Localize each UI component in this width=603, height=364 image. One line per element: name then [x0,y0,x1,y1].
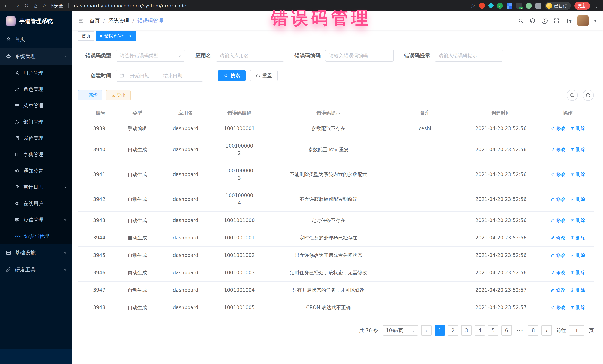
sidebar-toggle-icon[interactable] [78,18,84,24]
sidebar-item-label: 首页 [15,36,25,43]
sidebar-item-users[interactable]: 用户管理 [0,65,72,81]
sidebar-item-home[interactable]: 首页 [0,31,72,48]
goto-page-input[interactable] [569,325,584,336]
pencil-icon [550,288,555,292]
sidebar-item-infrastructure[interactable]: 基础设施 ∨ [0,244,72,261]
reset-button[interactable]: 重置 [250,70,278,81]
edit-link[interactable]: 修改 [550,286,566,294]
delete-link[interactable]: 删除 [570,196,585,203]
next-page-button[interactable]: › [541,325,552,336]
sidebar-item-system[interactable]: 系统管理 ∧ [0,48,72,65]
delete-link[interactable]: 删除 [570,125,585,132]
bookmark-star-icon[interactable]: ☆ [470,3,475,9]
toggle-search-button[interactable] [567,90,578,101]
end-date-input[interactable] [159,73,186,78]
delete-link[interactable]: 删除 [570,252,585,259]
page-button-3[interactable]: 3 [461,325,472,336]
delete-link[interactable]: 删除 [570,269,585,276]
extensions-puzzle-icon[interactable] [535,3,541,9]
start-date-input[interactable] [127,73,153,78]
edit-link[interactable]: 修改 [550,217,566,224]
tab-home[interactable]: 首页 [78,31,94,41]
close-icon[interactable]: × [128,34,132,38]
breadcrumb-separator: / [103,18,105,24]
avatar-caret-icon[interactable]: ▾ [594,19,596,22]
page-button-4[interactable]: 4 [475,325,485,336]
sidebar-item-audit-log[interactable]: 审计日志 ∨ [0,179,72,195]
search-icon[interactable] [518,18,524,24]
sidebar-item-menus[interactable]: 菜单管理 [0,98,72,114]
navbar-left: 首页 / 系统管理 / 错误码管理 [78,17,163,24]
page-button-6[interactable]: 6 [501,325,512,336]
prev-page-button[interactable]: ‹ [421,325,431,336]
sidebar-item-online-users[interactable]: 在线用户 [0,195,72,212]
sidebar-item-departments[interactable]: 部门管理 [0,114,72,130]
app-name-input[interactable] [216,50,284,62]
delete-link[interactable]: 删除 [570,286,585,294]
user-avatar[interactable] [577,15,589,26]
home-icon[interactable]: ⌂ [34,3,37,9]
page-button-2[interactable]: 2 [448,325,458,336]
sidebar-item-sms[interactable]: 短信管理 ∨ [0,212,72,228]
delete-link[interactable]: 删除 [570,304,585,311]
extension-teal-icon[interactable] [488,3,494,9]
font-size-icon[interactable]: TT [565,18,571,23]
filter-msg: 错误码提示 [404,50,503,62]
extension-red-icon[interactable] [479,3,485,9]
delete-link[interactable]: 删除 [570,171,585,178]
url-bar[interactable]: dashboard.yudao.iocoder.cn/system/error-… [74,3,186,9]
page-button-5[interactable]: 5 [488,325,498,336]
export-button[interactable]: 导出 [106,90,131,100]
reload-icon[interactable]: ↻ [24,3,29,9]
refresh-table-button[interactable] [583,90,594,101]
edit-link[interactable]: 修改 [550,269,566,276]
page-button-8[interactable]: 8 [528,325,538,336]
edit-link[interactable]: 修改 [550,196,566,203]
breadcrumb-home[interactable]: 首页 [89,17,100,24]
edit-link[interactable]: 修改 [550,252,566,259]
cell-id: 3941 [78,166,115,183]
browser-menu-icon[interactable]: ⋮ [594,3,599,9]
sidebar-item-notice[interactable]: 通知公告 [0,163,72,179]
edit-link[interactable]: 修改 [550,304,566,311]
search-button[interactable]: 搜索 [218,70,246,81]
back-icon[interactable]: ← [4,3,9,9]
sidebar-item-dev-tools[interactable]: 研发工具 ∨ [0,261,72,278]
breadcrumb-system[interactable]: 系统管理 [108,17,129,24]
sidebar-item-posts[interactable]: 岗位管理 [0,130,72,146]
edit-link[interactable]: 修改 [550,171,566,178]
extension-leaf-icon[interactable] [526,3,532,9]
error-msg-input[interactable] [435,50,503,62]
range-separator: - [155,73,157,78]
forward-icon[interactable]: → [14,3,19,9]
edit-link[interactable]: 修改 [550,125,566,132]
sidebar-item-roles[interactable]: 角色管理 [0,81,72,98]
delete-link[interactable]: 删除 [570,217,585,224]
help-icon[interactable]: ? [542,18,547,24]
sidebar-item-dict[interactable]: 字典管理 [0,146,72,163]
delete-link[interactable]: 删除 [570,146,585,153]
error-type-select[interactable]: 请选择错误码类型 ∨ [116,50,185,62]
extension-grid-icon[interactable] [507,3,512,9]
pencil-icon [550,172,555,177]
sidebar-item-error-code[interactable]: </> 错误码管理 [0,228,72,244]
trash-icon [570,172,574,177]
update-button[interactable]: 更新 [574,2,590,10]
col-app: 应用名 [160,106,211,120]
page-size-select[interactable]: 10条/页 ∨ [383,325,418,336]
add-button[interactable]: 新增 [78,90,103,100]
edit-link[interactable]: 修改 [550,234,566,242]
security-label[interactable]: 不安全 [50,3,63,9]
extension-check-icon[interactable]: ✓ [497,3,503,9]
fullscreen-icon[interactable] [554,18,559,24]
error-code-input[interactable] [325,50,394,62]
github-icon[interactable] [530,18,536,24]
date-range-picker[interactable]: - [116,70,203,82]
extension-vpn-icon[interactable]: on [516,3,522,9]
delete-link[interactable]: 删除 [570,234,585,242]
page-button-1[interactable]: 1 [435,325,445,336]
edit-link[interactable]: 修改 [550,146,566,153]
tab-error-code[interactable]: 错误码管理 × [96,31,136,41]
profile-paused-badge[interactable]: 已暂停 [545,2,571,10]
more-pages-button[interactable]: ••• [515,325,525,336]
